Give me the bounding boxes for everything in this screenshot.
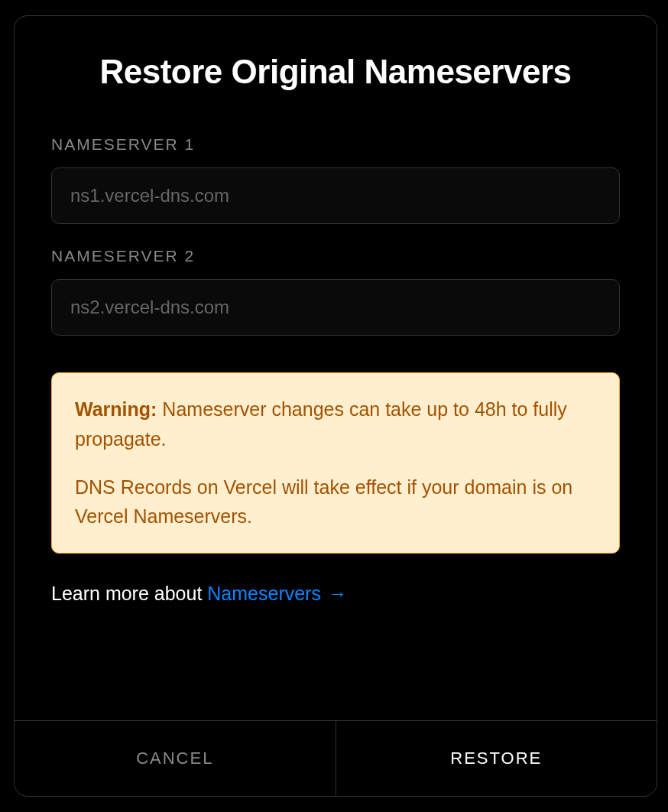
nameservers-link[interactable]: Nameservers → — [207, 583, 347, 604]
modal-body: Restore Original Nameservers NAMESERVER … — [15, 16, 657, 720]
warning-text: Warning: Nameserver changes can take up … — [75, 395, 596, 531]
nameserver-1-field-group: NAMESERVER 1 — [51, 135, 620, 224]
nameservers-link-text: Nameservers — [207, 583, 321, 604]
restore-nameservers-modal: Restore Original Nameservers NAMESERVER … — [14, 15, 657, 797]
nameserver-2-input[interactable] — [51, 279, 620, 336]
warning-paragraph-2: DNS Records on Vercel will take effect i… — [75, 473, 596, 532]
cancel-button[interactable]: CANCEL — [15, 721, 336, 796]
nameserver-1-input[interactable] — [51, 167, 620, 224]
learn-more-prefix: Learn more about — [51, 583, 207, 604]
modal-footer: CANCEL RESTORE — [15, 720, 657, 796]
warning-label: Warning: — [75, 398, 157, 420]
warning-paragraph-1: Warning: Nameserver changes can take up … — [75, 395, 596, 454]
modal-title: Restore Original Nameservers — [51, 53, 620, 91]
restore-button[interactable]: RESTORE — [336, 721, 657, 796]
nameserver-2-field-group: NAMESERVER 2 — [51, 247, 620, 336]
nameserver-2-label: NAMESERVER 2 — [51, 247, 620, 265]
warning-box: Warning: Nameserver changes can take up … — [51, 372, 620, 554]
learn-more-row: Learn more about Nameservers → — [51, 583, 620, 605]
arrow-right-icon: → — [328, 583, 347, 605]
nameserver-1-label: NAMESERVER 1 — [51, 135, 620, 154]
